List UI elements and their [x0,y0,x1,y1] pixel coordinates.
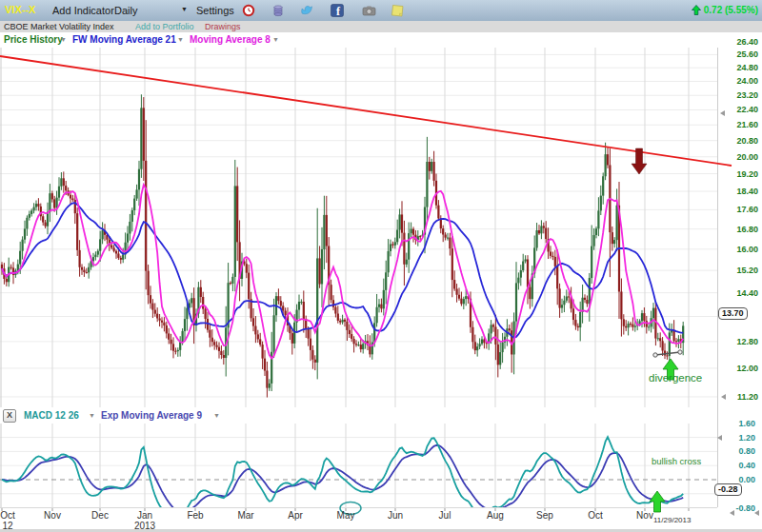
price-axis-label: 16.00 [720,245,758,254]
axis-collapse-arrow[interactable] [754,510,759,516]
price-axis-label: 19.20 [720,169,758,179]
price-axis-label: 17.60 [720,205,758,214]
price-legend: Price History ▼ FW Moving Average 21 ▼ M… [0,32,714,48]
change-indicator: 0.72 (5.55%) [692,5,758,15]
symbol-label: VIX--X [5,4,35,15]
legend-ma21[interactable]: FW Moving Average 21 [72,32,176,48]
price-axis-label: 24.80 [720,63,758,72]
price-axis-label: 21.60 [720,120,758,129]
price-axis-label: 22.40 [720,105,758,114]
axis-collapse-arrow[interactable] [721,394,726,400]
chevron-down-icon[interactable]: ▼ [60,32,67,48]
drawings-link[interactable]: Drawings [205,21,241,32]
legend-macd[interactable]: MACD 12 26 [24,407,79,424]
month-axis-label: Aug [487,510,504,521]
month-axis-label: Apr [288,510,303,521]
price-axis-label: 12.80 [720,337,758,346]
twitter-icon[interactable] [300,4,313,17]
month-axis-label: Dec [91,510,109,521]
month-axis-label: Nov [636,510,653,521]
legend-price-history[interactable]: Price History [4,32,63,48]
interval-dropdown[interactable]: Daily ▼ [114,5,137,16]
trendline-drawing[interactable] [0,56,732,166]
price-axis-label: 20.00 [720,152,758,162]
watchlist-database-icon[interactable] [271,4,285,17]
price-axis-label: 12.00 [720,364,758,373]
month-axis-label: Nov [44,510,61,521]
axis-collapse-arrow[interactable] [717,435,722,441]
legend-macd-signal[interactable]: Exp Moving Average 9 [101,407,202,424]
chevron-down-icon[interactable]: ▼ [213,407,220,424]
price-axis-label: 20.80 [720,136,758,146]
macd-axis-label: -0.80 [717,503,755,513]
price-axis-label: 23.20 [720,90,758,100]
snapshot-camera-icon[interactable] [362,4,375,17]
month-axis-label: Feb [187,510,203,521]
macd-axis-label: 0.80 [717,446,755,456]
last-date-label: 11/29/2013 [653,516,691,524]
macd-axis-label: 1.60 [717,419,755,428]
macd-lines [2,437,683,519]
ma8-line [2,185,683,359]
chevron-down-icon[interactable]: ▼ [272,32,279,48]
facebook-icon[interactable]: f [331,4,344,17]
price-axis-label: 11.20 [720,392,758,402]
price-axis-label: 25.60 [720,49,758,59]
chart-canvas[interactable] [0,0,762,532]
macd-line [2,437,683,519]
candlesticks [1,94,684,397]
divergence-trendline-drawing[interactable] [655,352,680,355]
month-axis-label: Jan [137,510,152,521]
divergence-label[interactable]: divergence [649,372,702,384]
add-to-portfolio-link[interactable]: Add to Portfolio [135,21,194,32]
macd-axis-label: 1.20 [717,433,755,443]
up-arrow-icon [692,5,701,15]
info-bar: CBOE Market Volatility Index Add to Port… [0,21,762,32]
chevron-down-icon[interactable]: ▼ [89,407,95,424]
month-axis-label: Sep [536,510,553,521]
month-axis-label: Jun [388,510,403,521]
chevron-down-icon: ▼ [181,6,188,12]
toolbar: VIX--X Add Indicator Daily ▼ Settings f … [0,0,762,22]
month-axis-label: Oct [588,510,603,521]
close-macd-button[interactable]: X [3,409,16,423]
change-value: 0.72 (5.55%) [704,5,758,15]
legend-ma8[interactable]: Moving Average 8 [190,32,271,48]
price-axis-label: 24.00 [720,76,758,86]
index-title: CBOE Market Volatility Index [4,21,114,32]
macd-value-badge: -0.28 [714,483,742,496]
macd-axis-label: 0.40 [717,461,755,470]
price-axis-label: 14.40 [720,288,758,298]
alerts-alarm-icon[interactable] [242,4,255,17]
axis-collapse-arrow[interactable] [720,110,725,116]
interval-value: Daily [114,5,137,16]
chevron-down-icon[interactable]: ▼ [177,32,184,48]
add-indicator-button[interactable]: Add Indicator [52,5,114,16]
price-axis-label: 18.40 [720,187,758,196]
notes-sticky-icon[interactable] [391,4,404,17]
last-price-badge: 13.70 [718,307,748,320]
axis-collapse-arrow[interactable] [730,510,734,516]
macd-header: X MACD 12 26 ▼ Exp Moving Average 9 ▼ [0,407,714,424]
price-axis-label: 16.80 [720,225,758,234]
month-axis-label: Mar [237,510,253,521]
month-axis-label: May [337,510,355,521]
bullish-cross-label[interactable]: bullish cross [652,456,701,466]
charting-app: VIX--X Add Indicator Daily ▼ Settings f … [0,0,762,532]
price-axis-label: 15.20 [720,266,758,275]
settings-button[interactable]: Settings [196,5,234,16]
month-axis-label: Jul [439,510,451,521]
month-axis-label: Oct [0,510,15,521]
price-axis-label: 26.40 [720,37,758,47]
